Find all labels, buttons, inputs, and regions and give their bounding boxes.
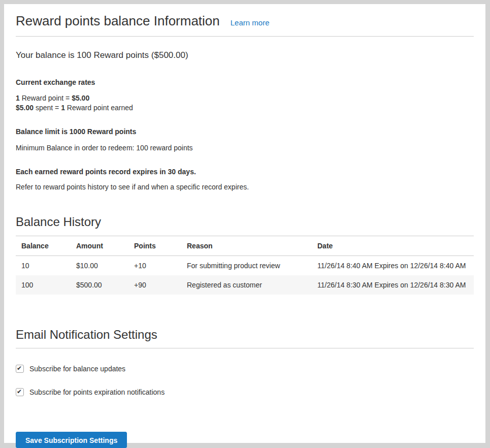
exchange-rate-line: 1 Reward point = $5.00: [16, 93, 474, 103]
table-cell: 10: [16, 256, 71, 276]
table-cell: For submitting product review: [181, 256, 312, 276]
balance-history-heading: Balance History: [16, 214, 474, 229]
balance-limit-text: Balance limit is 1000 Reward points: [16, 127, 474, 136]
table-row: 100$500.00+90Registered as customer11/26…: [16, 275, 474, 295]
table-cell: $10.00: [71, 256, 128, 276]
column-header: Points: [128, 236, 181, 256]
page-title: Reward points balance Information: [16, 13, 220, 29]
subscription-checkbox[interactable]: [16, 365, 24, 373]
reward-info-card: Reward points balance Information Learn …: [4, 4, 485, 443]
table-cell: +10: [128, 256, 181, 276]
email-settings-heading: Email Notification Settings: [16, 327, 474, 348]
subscription-option[interactable]: Subscribe for balance updates: [16, 365, 474, 373]
table-cell: 100: [16, 275, 71, 295]
table-cell: $500.00: [71, 275, 128, 295]
expiration-note: Refer to reward points history to see if…: [16, 183, 474, 191]
table-cell: +90: [128, 275, 181, 295]
save-subscription-button[interactable]: Save Subscription Settings: [16, 432, 127, 448]
table-cell: Registered as customer: [181, 275, 312, 295]
column-header: Balance: [16, 236, 71, 256]
learn-more-link[interactable]: Learn more: [231, 18, 270, 27]
minimum-balance-text: Minimum Balance in order to redeem: 100 …: [16, 144, 474, 152]
table-cell: 11/26/14 8:30 AM Expires on 12/26/14 8:3…: [312, 275, 474, 295]
expiration-heading: Each earned reward points record expires…: [16, 168, 474, 176]
balance-summary: Your balance is 100 Reward points ($500.…: [16, 50, 474, 60]
column-header: Amount: [71, 236, 128, 256]
subscription-option-label: Subscribe for points expiration notifica…: [29, 388, 165, 396]
subscription-option-label: Subscribe for balance updates: [29, 365, 125, 373]
exchange-rates-heading: Current exchange rates: [16, 78, 474, 87]
column-header: Date: [312, 236, 474, 256]
column-header: Reason: [181, 236, 312, 256]
table-header-row: BalanceAmountPointsReasonDate: [16, 236, 474, 256]
page-header: Reward points balance Information Learn …: [16, 13, 474, 37]
table-row: 10$10.00+10For submitting product review…: [16, 256, 474, 276]
balance-history-table: BalanceAmountPointsReasonDate 10$10.00+1…: [16, 236, 474, 295]
table-cell: 11/26/14 8:40 AM Expires on 12/26/14 8:4…: [312, 256, 474, 276]
exchange-rate-lines: 1 Reward point = $5.00 $5.00 spent = 1 R…: [16, 93, 474, 113]
subscription-options: Subscribe for balance updatesSubscribe f…: [16, 365, 474, 396]
subscription-option[interactable]: Subscribe for points expiration notifica…: [16, 388, 474, 396]
subscription-checkbox[interactable]: [16, 388, 24, 396]
exchange-rate-line: $5.00 spent = 1 Reward point earned: [16, 103, 474, 113]
